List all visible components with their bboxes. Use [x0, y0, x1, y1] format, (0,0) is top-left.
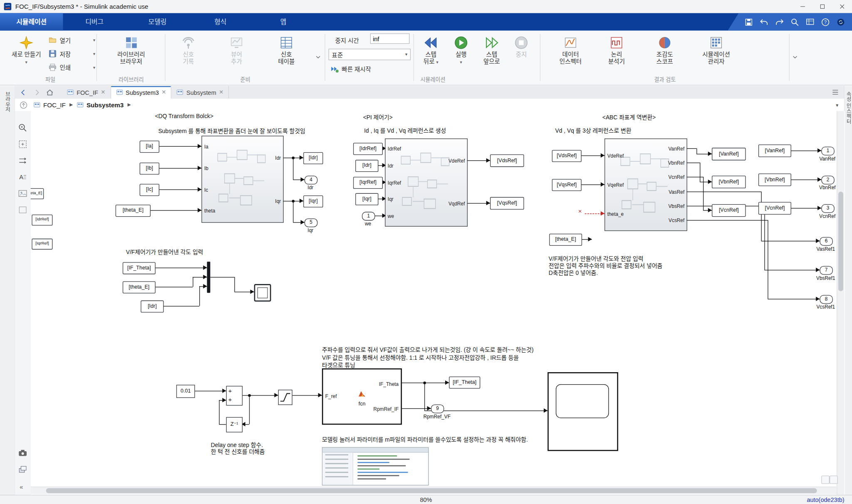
signal-wire[interactable]	[686, 177, 703, 177]
simulation-mode-dropdown[interactable]: 표준 ▾	[329, 49, 411, 60]
signal-wire[interactable]	[199, 286, 200, 306]
area-tool-button[interactable]	[17, 205, 28, 215]
signal-wire[interactable]	[686, 163, 700, 163]
signal-wire[interactable]	[686, 192, 761, 192]
forward-icon[interactable]	[32, 88, 41, 96]
signal-wire[interactable]	[163, 306, 199, 306]
ribbon-expander-button[interactable]	[791, 52, 800, 61]
home-icon[interactable]	[45, 88, 54, 96]
tab-modeling[interactable]: 모델링	[126, 13, 189, 31]
fit-view-tool-button[interactable]	[17, 139, 28, 149]
breadcrumb-item-foc-if[interactable]: FOC_IF	[33, 101, 66, 108]
horizontal-scroll-thumb[interactable]	[46, 488, 817, 493]
annotation[interactable]: 한 턱 전 신호를 더해줌	[211, 447, 265, 455]
signal-wire[interactable]	[466, 203, 490, 203]
add-viewer-button[interactable]: 뷰어 추가	[216, 33, 257, 80]
signal-wire[interactable]	[291, 395, 322, 395]
signal-wire[interactable]	[580, 185, 604, 185]
tab-debug[interactable]: 디버그	[63, 13, 126, 31]
layers-tool-button[interactable]	[17, 464, 28, 474]
signal-wire[interactable]	[790, 151, 821, 151]
maximize-button[interactable]	[812, 0, 832, 13]
step-back-button[interactable]: 스텝 뒤로 ▾	[417, 33, 445, 80]
signal-wire[interactable]	[249, 395, 250, 424]
birdseye-scope-button[interactable]: 조감도 스코프	[647, 33, 682, 80]
signal-wire[interactable]	[199, 286, 207, 287]
breadcrumb-item-subsystem3[interactable]: Subsystem3	[77, 101, 124, 108]
signal-wire[interactable]	[424, 383, 425, 410]
navigate-up-icon[interactable]	[19, 101, 28, 109]
camera-tool-button[interactable]	[17, 448, 28, 458]
signal-wire[interactable]	[703, 177, 703, 210]
signal-wire[interactable]	[154, 268, 207, 268]
annotation[interactable]: V/F제어기가 만들어낸 각도 입력	[126, 247, 203, 256]
signal-wire[interactable]	[193, 277, 207, 277]
open-button[interactable]: 열기 ▾	[48, 34, 95, 46]
signal-wire[interactable]	[696, 148, 697, 154]
save-button[interactable]: 저장 ▾	[48, 48, 95, 60]
signal-wire[interactable]	[686, 206, 764, 206]
annotation-tool-button[interactable]: A	[17, 172, 28, 182]
signal-wire[interactable]	[234, 277, 235, 292]
signal-wire[interactable]	[381, 148, 386, 149]
annotation[interactable]: Vd , Vq 를 3상 레퍼런스로 변환	[555, 126, 632, 134]
minimize-button[interactable]	[793, 0, 812, 13]
close-icon[interactable]: ✕	[219, 89, 223, 95]
signal-wire[interactable]	[790, 208, 821, 208]
annotation[interactable]: Id , Iq 를 Vd , Vq 레퍼런스로 생성	[364, 126, 446, 134]
stop-button[interactable]: 중지	[508, 33, 534, 80]
redo-icon[interactable]	[775, 17, 784, 26]
browser-panel-tab[interactable]: 브라우저	[4, 91, 11, 112]
signal-wire[interactable]	[703, 210, 712, 210]
annotation[interactable]: 타겟으로 튜닝	[322, 361, 355, 369]
tab-apps[interactable]: 앱	[252, 13, 315, 31]
annotation[interactable]: D축전압은 0 넣어줌.	[549, 268, 598, 277]
zoom-in-tool-button[interactable]	[17, 123, 28, 133]
signal-wire[interactable]	[764, 270, 820, 270]
signal-wire[interactable]	[700, 163, 700, 182]
signal-wire[interactable]	[149, 210, 201, 210]
chevron-down-icon[interactable]: ▾	[836, 102, 838, 107]
signal-wire[interactable]	[585, 213, 604, 214]
signal-wire[interactable]	[377, 165, 386, 166]
vertical-scrollbar[interactable]	[837, 111, 844, 495]
signal-wire[interactable]	[219, 400, 226, 400]
logic-analyzer-button[interactable]: 논리 분석기	[600, 33, 633, 80]
signal-wire[interactable]	[761, 241, 820, 241]
stop-time-input[interactable]	[370, 33, 410, 44]
annotation[interactable]: 모델링 눌러서 파라미터를 m파일의 파라미터를 쓸수있도록 설정하는 과정 꼭…	[322, 435, 528, 443]
signal-wire[interactable]	[219, 400, 219, 424]
tab-format[interactable]: 형식	[189, 13, 252, 31]
close-icon[interactable]: ✕	[161, 89, 166, 95]
tab-list-icon[interactable]	[831, 88, 840, 96]
signal-wire[interactable]	[293, 158, 293, 180]
quick-save-icon[interactable]	[744, 17, 753, 26]
property-inspector-tab[interactable]: 속성 인스펙터	[845, 91, 852, 124]
signal-wire[interactable]	[158, 168, 201, 168]
signal-wire[interactable]	[241, 395, 278, 395]
signal-wire[interactable]	[700, 182, 712, 182]
annotation[interactable]: ×	[578, 208, 582, 215]
library-browser-button[interactable]: 라이브러리 브라우저	[101, 33, 161, 80]
close-icon[interactable]: ✕	[101, 89, 105, 95]
signal-wire[interactable]	[764, 206, 765, 270]
solver-status[interactable]: auto(ode23tb)	[807, 497, 844, 503]
signal-wire[interactable]	[293, 201, 293, 222]
tab-simulation[interactable]: 시뮬레이션	[0, 13, 63, 31]
collapse-tool-button[interactable]: «	[17, 482, 28, 492]
signal-wire[interactable]	[761, 192, 762, 241]
signal-wire[interactable]	[210, 277, 234, 277]
signal-wire[interactable]	[580, 156, 604, 156]
run-button[interactable]: 실행 ▾	[448, 33, 474, 80]
simulation-manager-button[interactable]: 시뮬레이션 관리자	[693, 33, 739, 80]
signal-wire[interactable]	[466, 161, 490, 161]
route-tool-button[interactable]	[17, 156, 28, 166]
sync-icon[interactable]	[836, 17, 845, 26]
undo-icon[interactable]	[760, 17, 769, 26]
search-icon[interactable]	[790, 17, 799, 26]
close-button[interactable]	[832, 0, 852, 13]
signal-wire[interactable]	[154, 287, 193, 287]
print-button[interactable]: 인쇄 ▾	[48, 61, 95, 73]
annotation[interactable]: <DQ Transform Bolck>	[155, 113, 213, 119]
signal-wire[interactable]	[158, 146, 201, 146]
